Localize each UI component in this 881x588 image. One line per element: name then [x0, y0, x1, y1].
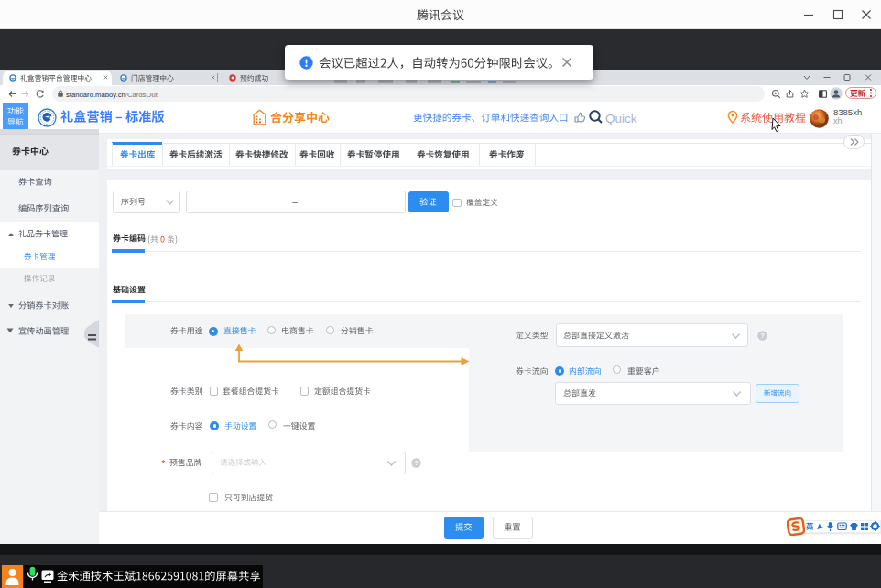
svg-text:?: ? — [760, 332, 765, 340]
svg-text:?: ? — [414, 459, 419, 467]
